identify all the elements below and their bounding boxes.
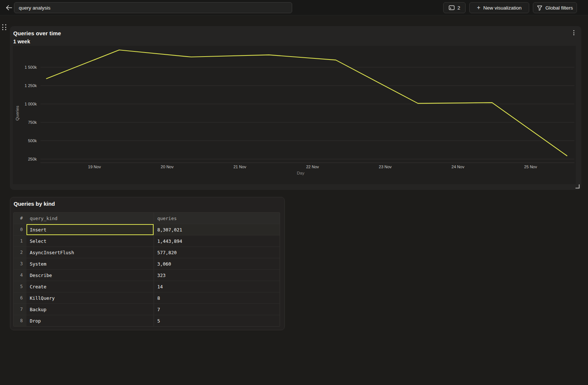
svg-text:750k: 750k [28,120,37,125]
svg-text:1 250k: 1 250k [25,83,37,88]
chart-panel-subtitle: 1 week [13,39,30,44]
query-kind-cell[interactable]: AsyncInsertFlush [26,247,154,258]
back-arrow-icon [6,5,12,11]
queries-value-cell[interactable]: 8 [154,292,280,303]
top-bar: 2 + New visualization Global filters [0,0,588,15]
row-index-cell[interactable]: 7 [14,304,26,315]
queries-value-cell[interactable]: 8,307,021 [154,224,280,235]
queries-by-kind-panel: Queries by kind #query_kindqueries0Inser… [10,197,285,330]
table-row: 3System3,060 [14,258,280,269]
row-index-cell[interactable]: 8 [14,315,26,326]
visualization-count: 2 [458,5,460,11]
query-kind-cell[interactable]: Insert [26,224,154,235]
table-row: 6KillQuery8 [14,292,280,303]
row-index-cell[interactable]: 2 [14,247,26,258]
svg-text:20 Nov: 20 Nov [161,165,173,169]
table-row: 0Insert8,307,021 [14,224,280,235]
svg-text:250k: 250k [28,157,37,161]
queries-value-cell[interactable]: 5 [154,315,280,326]
queries-value-cell[interactable]: 323 [154,270,280,281]
row-index-cell[interactable]: 0 [14,224,26,235]
svg-text:21 Nov: 21 Nov [233,165,246,169]
dashboard-screen: 2 + New visualization Global filters Que… [0,0,588,385]
column-header-queries[interactable]: queries [154,213,280,224]
svg-text:24 Nov: 24 Nov [452,165,465,169]
query-kind-cell[interactable]: Create [26,281,154,292]
table-header-row: #query_kindqueries [14,213,280,224]
svg-text:1 000k: 1 000k [25,102,37,106]
queries-value-cell[interactable]: 7 [154,304,280,315]
queries-value-cell[interactable]: 1,443,894 [154,235,280,247]
global-filters-label: Global filters [545,5,573,11]
queries-over-time-panel: Queries over time 1 week 1 500k1 250k1 0… [10,26,581,190]
plus-icon: + [477,5,480,11]
queries-by-kind-table: #query_kindqueries0Insert8,307,0211Selec… [13,212,280,327]
back-button[interactable] [4,3,14,12]
new-visualization-label: New visualization [483,5,521,11]
svg-text:22 Nov: 22 Nov [306,165,319,169]
svg-text:1 500k: 1 500k [25,65,37,69]
dashboard-panel-icon [449,5,455,10]
column-header-query_kind[interactable]: query_kind [26,213,154,224]
queries-value-cell[interactable]: 577,820 [154,247,280,258]
table-row: 5Create14 [14,281,280,292]
row-index-cell[interactable]: 3 [14,258,26,269]
queries-value-cell[interactable]: 3,060 [154,258,280,269]
dashboard-title-input[interactable] [14,2,292,13]
table-row: 2AsyncInsertFlush577,820 [14,247,280,258]
svg-text:19 Nov: 19 Nov [88,165,101,169]
query-kind-cell[interactable]: Describe [26,270,154,281]
row-index-cell[interactable]: 5 [14,281,26,292]
global-filters-button[interactable]: Global filters [533,2,577,13]
row-index-cell[interactable]: 6 [14,292,26,303]
svg-text:Day: Day [297,171,305,175]
query-kind-cell[interactable]: Drop [26,315,154,326]
new-visualization-button[interactable]: + New visualization [469,2,529,13]
panel-resize-handle[interactable] [576,184,580,188]
svg-text:23 Nov: 23 Nov [379,165,392,169]
row-index-cell[interactable]: 4 [14,270,26,281]
funnel-icon [537,5,542,11]
queries-line-series [47,50,567,156]
svg-text:500k: 500k [28,138,37,143]
queries-value-cell[interactable]: 14 [154,281,280,292]
table-row: 1Select1,443,894 [14,235,280,247]
table-panel-title: Queries by kind [14,201,55,207]
svg-text:Queries: Queries [15,106,19,121]
query-kind-cell[interactable]: KillQuery [26,292,154,303]
query-kind-cell[interactable]: Backup [26,304,154,315]
table-row: 7Backup7 [14,303,280,315]
kebab-menu-icon[interactable] [570,29,577,37]
query-kind-cell[interactable]: Select [26,235,154,247]
row-index-cell[interactable]: 1 [14,235,26,247]
queries-over-time-chart[interactable]: 1 500k1 250k1 000k750k500k250k19 Nov20 N… [13,46,576,184]
chart-panel-title: Queries over time [13,30,61,36]
query-kind-cell[interactable]: System [26,258,154,269]
column-header-index[interactable]: # [14,213,26,224]
panel-drag-handle-icon[interactable] [2,24,7,31]
visualization-count-button[interactable]: 2 [443,2,466,13]
table-row: 8Drop5 [14,315,280,326]
table-row: 4Describe323 [14,269,280,281]
svg-text:25 Nov: 25 Nov [524,165,537,169]
